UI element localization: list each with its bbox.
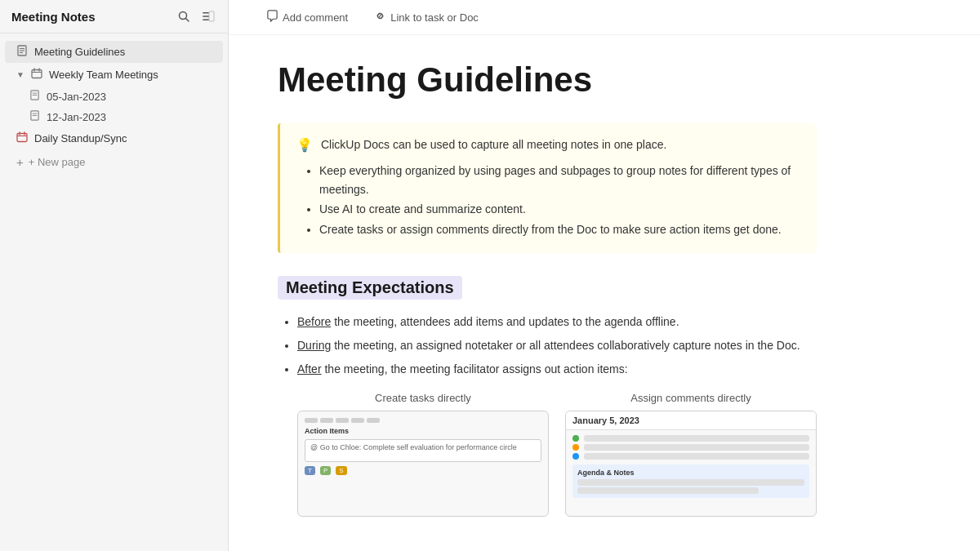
sidebar-navigation: Meeting Guidelines ▼ Weekly Team Meeting… [0, 33, 228, 180]
mockup-toolbar [305, 418, 541, 423]
add-comment-label: Add comment [283, 11, 348, 24]
mockup-tag: T [305, 466, 315, 475]
mockup-row [572, 453, 809, 460]
images-row: Create tasks directly Action Items @ Go [297, 392, 817, 517]
add-comment-button[interactable]: Add comment [261, 7, 353, 28]
mockup-line [584, 453, 809, 460]
list-item: After the meeting, the meeting facilitat… [297, 360, 817, 379]
sidebar-item-daily-standup[interactable]: Daily Standup/Sync [5, 127, 223, 149]
sidebar-item-meeting-guidelines[interactable]: Meeting Guidelines [5, 41, 223, 63]
comment-section-mock: Agenda & Notes [572, 464, 809, 498]
main-content: Add comment Link to task or Doc Meeting … [229, 0, 980, 551]
page-icon [29, 90, 40, 103]
image-mockup-tasks: Action Items @ Go to Chloe: Complete sel… [297, 411, 549, 517]
image-left-label: Create tasks directly [297, 392, 549, 404]
mockup-tag: P [320, 466, 331, 475]
sidebar-item-label: Meeting Guidelines [34, 46, 125, 58]
mockup-date: January 5, 2023 [572, 415, 639, 425]
list-item: Create tasks or assign comments directly… [319, 220, 800, 238]
callout-top: 💡 ClickUp Docs can be used to capture al… [296, 136, 800, 153]
link-icon [374, 10, 386, 24]
section-heading: Meeting Expectations [278, 276, 462, 300]
during-text: the meeting, an assigned notetaker or al… [331, 339, 800, 352]
toolbar-btn-mock [351, 418, 364, 423]
mockup-input-field: @ Go to Chloe: Complete self evaluation … [305, 439, 541, 462]
mockup-line [584, 444, 809, 451]
before-link: Before [297, 315, 331, 328]
sidebar-header: Meeting Notes [0, 0, 228, 33]
sidebar-item-label: 05-Jan-2023 [47, 91, 106, 103]
page-icon [29, 110, 40, 123]
image-card-tasks: Create tasks directly Action Items @ Go [297, 392, 549, 517]
svg-line-24 [379, 15, 382, 18]
link-task-button[interactable]: Link to task or Doc [369, 7, 483, 28]
mockup-line [577, 479, 804, 486]
sidebar-item-label: Weekly Team Meetings [49, 69, 158, 81]
list-item: Use AI to create and summarize content. [319, 200, 800, 218]
callout-block: 💡 ClickUp Docs can be used to capture al… [278, 123, 817, 253]
mockup-line [584, 435, 809, 442]
callout-list: Keep everything organized by using pages… [296, 162, 800, 238]
list-item: During the meeting, an assigned notetake… [297, 336, 817, 355]
list-item: Before the meeting, attendees add items … [297, 313, 817, 331]
section-heading-wrapper: Meeting Expectations [278, 276, 817, 300]
status-dot [572, 453, 579, 460]
calendar-icon [16, 131, 28, 145]
doc-toolbar: Add comment Link to task or Doc [229, 0, 980, 35]
svg-line-1 [186, 19, 189, 22]
sidebar-item-12-jan-2023[interactable]: 12-Jan-2023 [18, 107, 223, 127]
before-text: the meeting, attendees add items and upd… [331, 315, 679, 328]
list-item: Keep everything organized by using pages… [319, 162, 800, 198]
status-dot [572, 444, 579, 451]
mockup-header: January 5, 2023 [566, 411, 816, 430]
sidebar: Meeting Notes [0, 0, 229, 551]
expectations-list: Before the meeting, attendees add items … [278, 313, 817, 379]
svg-rect-20 [17, 134, 27, 142]
sidebar-title: Meeting Notes [11, 10, 96, 24]
toolbar-btn-mock [367, 418, 380, 423]
toolbar-btn-mock [320, 418, 333, 423]
svg-rect-10 [32, 70, 42, 78]
image-right-label: Assign comments directly [565, 392, 817, 404]
collapse-icon [202, 10, 215, 23]
sidebar-item-label: Daily Standup/Sync [34, 132, 127, 144]
after-link: After [297, 362, 322, 375]
collapse-sidebar-button[interactable] [200, 8, 216, 24]
image-card-comments: Assign comments directly January 5, 2023 [565, 392, 817, 517]
search-icon [177, 10, 190, 23]
mockup-row [572, 435, 809, 442]
image-mockup-comments: January 5, 2023 [565, 411, 817, 517]
new-page-label: + New page [29, 156, 86, 168]
mockup-section-label: Agenda & Notes [577, 469, 804, 477]
sidebar-item-05-jan-2023[interactable]: 05-Jan-2023 [18, 87, 223, 106]
plus-icon: + [16, 155, 24, 169]
after-text: the meeting, the meeting facilitator ass… [322, 362, 628, 375]
mockup-title: Action Items [305, 427, 541, 435]
mockup-line [577, 487, 759, 494]
document-title: Meeting Guidelines [278, 60, 817, 100]
calendar-icon [31, 68, 42, 82]
search-button[interactable] [176, 8, 192, 24]
mockup-body: Agenda & Notes [566, 430, 816, 503]
mockup-row [572, 444, 809, 451]
document-body: Meeting Guidelines 💡 ClickUp Docs can be… [229, 35, 866, 549]
chevron-down-icon: ▼ [16, 70, 24, 79]
page-icon [16, 45, 28, 59]
status-dot [572, 435, 579, 442]
lightbulb-icon: 💡 [296, 137, 313, 153]
mockup-field-text: @ Go to Chloe: Complete self evaluation … [310, 443, 536, 451]
mockup-tag: S [336, 466, 346, 475]
toolbar-btn-mock [336, 418, 349, 423]
mockup-tags-row: T P S [305, 466, 541, 475]
sidebar-item-weekly-team-meetings[interactable]: ▼ Weekly Team Meetings [5, 64, 223, 86]
weekly-team-meetings-children: 05-Jan-2023 12-Jan-2023 [0, 87, 228, 127]
sidebar-header-icons [176, 8, 216, 24]
comment-icon [266, 10, 278, 24]
link-task-label: Link to task or Doc [390, 11, 479, 24]
callout-text: ClickUp Docs can be used to capture all … [321, 136, 666, 153]
during-link: During [297, 339, 331, 352]
toolbar-btn-mock [305, 418, 318, 423]
svg-rect-5 [209, 11, 214, 21]
new-page-button[interactable]: + + New page [0, 150, 228, 174]
sidebar-item-label: 12-Jan-2023 [47, 111, 106, 123]
